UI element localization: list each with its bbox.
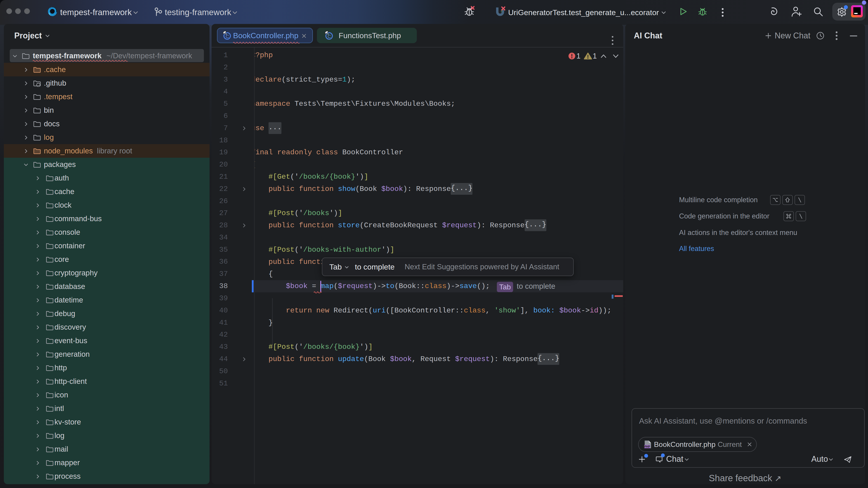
svg-text:PHP: PHP bbox=[644, 445, 650, 448]
